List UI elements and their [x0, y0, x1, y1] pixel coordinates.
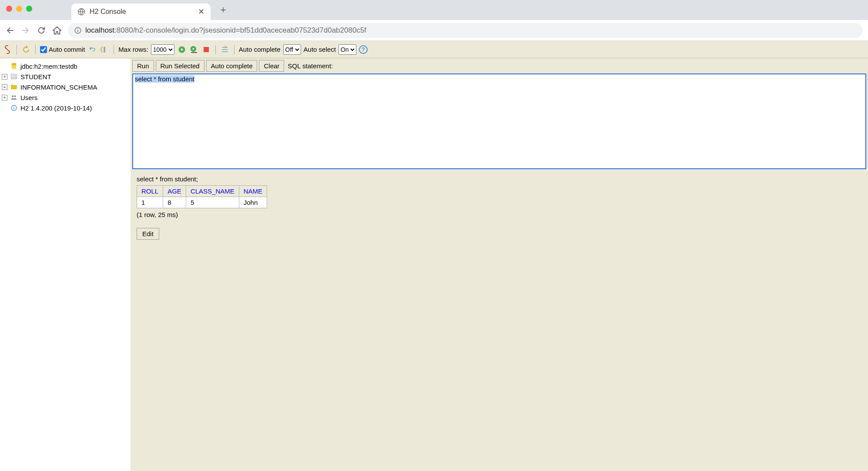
- auto-complete-select[interactable]: Off: [283, 44, 301, 55]
- column-link[interactable]: NAME: [244, 187, 262, 195]
- url-text: localhost:8080/h2-console/login.do?jsess…: [85, 26, 366, 35]
- column-link[interactable]: AGE: [168, 187, 181, 195]
- table-cell: John: [239, 197, 267, 208]
- tree-label: STUDENT: [20, 73, 51, 80]
- svg-rect-16: [13, 106, 14, 107]
- auto-select-label: Auto select: [304, 46, 336, 53]
- new-tab-button[interactable]: ＋: [218, 3, 228, 16]
- table-column-header[interactable]: AGE: [163, 186, 186, 197]
- svg-point-13: [14, 95, 16, 97]
- sidebar: jdbc:h2:mem:testdb + STUDENT + INFORMATI…: [0, 58, 131, 471]
- minimize-window-button[interactable]: [16, 6, 22, 12]
- table-cell: 8: [163, 197, 186, 208]
- tab-title: H2 Console: [90, 8, 194, 16]
- svg-rect-4: [104, 47, 105, 52]
- run-selected-button[interactable]: Run Selected: [156, 60, 204, 72]
- svg-rect-2: [77, 30, 78, 32]
- edit-button[interactable]: Edit: [137, 228, 159, 240]
- clear-button[interactable]: Clear: [259, 60, 284, 72]
- address-bar[interactable]: localhost:8080/h2-console/login.do?jsess…: [68, 23, 863, 38]
- disconnect-icon[interactable]: [3, 45, 12, 54]
- window-controls: [6, 6, 32, 12]
- svg-rect-8: [204, 47, 209, 52]
- commit-icon[interactable]: [100, 45, 109, 54]
- column-link[interactable]: ROLL: [141, 187, 158, 195]
- stop-icon[interactable]: [201, 45, 211, 54]
- back-button[interactable]: [5, 26, 15, 35]
- max-rows-select[interactable]: 1000: [151, 44, 174, 55]
- site-info-icon[interactable]: [74, 27, 82, 34]
- sql-statement-label: SQL statement:: [288, 62, 333, 70]
- home-button[interactable]: [52, 26, 62, 35]
- users-icon: [10, 94, 18, 101]
- svg-rect-7: [191, 52, 197, 53]
- maximize-window-button[interactable]: [26, 6, 32, 12]
- auto-commit-checkbox[interactable]: [40, 46, 47, 53]
- table-header-row: ROLLAGECLASS_NAMENAME: [137, 186, 267, 197]
- table-row: 185John: [137, 197, 267, 208]
- auto-commit-label: Auto commit: [49, 46, 85, 53]
- expand-icon[interactable]: +: [2, 95, 7, 100]
- tree-label: Users: [20, 94, 37, 101]
- help-icon[interactable]: ?: [359, 45, 368, 54]
- svg-point-12: [12, 95, 13, 97]
- expand-icon[interactable]: +: [2, 84, 7, 90]
- auto-complete-button[interactable]: Auto complete: [206, 60, 258, 72]
- content-area: Run Run Selected Auto complete Clear SQL…: [131, 58, 868, 471]
- refresh-icon[interactable]: [21, 45, 31, 54]
- version-label: H2 1.4.200 (2019-10-14): [20, 104, 92, 112]
- browser-tab[interactable]: H2 Console ✕: [71, 3, 211, 20]
- tree-connection[interactable]: jdbc:h2:mem:testdb: [2, 61, 129, 71]
- svg-rect-15: [13, 107, 14, 110]
- column-link[interactable]: CLASS_NAME: [191, 187, 235, 195]
- sql-editor-text: select * from student: [135, 75, 194, 83]
- expand-icon[interactable]: +: [2, 74, 7, 80]
- sql-button-row: Run Run Selected Auto complete Clear SQL…: [131, 58, 868, 73]
- tree-item-information-schema[interactable]: + INFORMATION_SCHEMA: [2, 82, 129, 92]
- main-area: jdbc:h2:mem:testdb + STUDENT + INFORMATI…: [0, 58, 868, 471]
- auto-commit-control[interactable]: Auto commit: [40, 46, 85, 53]
- svg-rect-3: [77, 28, 78, 29]
- url-path: :8080/h2-console/login.do?jsessionid=bf5…: [114, 26, 366, 34]
- sql-editor[interactable]: select * from student: [132, 73, 866, 169]
- svg-rect-11: [11, 74, 17, 79]
- table-icon: [10, 73, 18, 80]
- run-icon[interactable]: [177, 45, 187, 54]
- url-host: localhost: [85, 26, 114, 34]
- address-bar-row: localhost:8080/h2-console/login.do?jsess…: [0, 20, 868, 41]
- table-column-header[interactable]: NAME: [239, 186, 267, 197]
- table-column-header[interactable]: CLASS_NAME: [186, 186, 239, 197]
- run-selected-icon[interactable]: [189, 45, 199, 54]
- browser-chrome: H2 Console ✕ ＋ localhost:8080/h2-console…: [0, 0, 868, 41]
- globe-icon: [77, 8, 85, 16]
- h2-toolbar: Auto commit Max rows: 1000 Auto complete…: [0, 41, 868, 58]
- close-tab-icon[interactable]: ✕: [198, 7, 204, 17]
- info-icon: [10, 104, 18, 112]
- history-icon[interactable]: [220, 45, 230, 54]
- connection-label: jdbc:h2:mem:testdb: [20, 63, 77, 70]
- tree-item-student[interactable]: + STUDENT: [2, 71, 129, 82]
- results-table: ROLLAGECLASS_NAMENAME 185John: [137, 185, 267, 208]
- database-icon: [10, 62, 18, 70]
- table-cell: 5: [186, 197, 239, 208]
- results-query-echo: select * from student;: [137, 175, 862, 183]
- tab-strip: H2 Console ✕ ＋: [0, 0, 868, 20]
- auto-complete-label: Auto complete: [239, 46, 281, 53]
- folder-icon: [10, 83, 18, 91]
- auto-select-select[interactable]: On: [338, 44, 356, 55]
- tree-label: INFORMATION_SCHEMA: [20, 84, 97, 91]
- table-cell: 1: [137, 197, 163, 208]
- rollback-icon[interactable]: [87, 45, 97, 54]
- close-window-button[interactable]: [6, 6, 12, 12]
- tree-item-users[interactable]: + Users: [2, 92, 129, 103]
- tree-version: H2 1.4.200 (2019-10-14): [2, 103, 129, 113]
- max-rows-label: Max rows:: [118, 46, 148, 53]
- table-column-header[interactable]: ROLL: [137, 186, 163, 197]
- run-button[interactable]: Run: [132, 60, 154, 72]
- results-area: select * from student; ROLLAGECLASS_NAME…: [131, 169, 868, 246]
- reload-button[interactable]: [37, 26, 46, 35]
- forward-button[interactable]: [21, 26, 30, 35]
- results-meta: (1 row, 25 ms): [137, 211, 862, 218]
